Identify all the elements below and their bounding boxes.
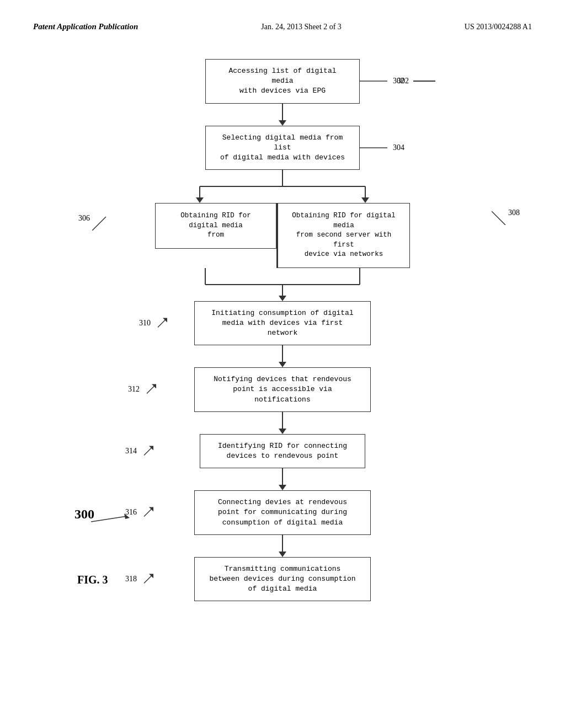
step-316-label: 316 (125, 508, 137, 516)
svg-marker-14 (279, 296, 286, 301)
step-318-arrow (141, 572, 155, 586)
step-306-text1: Obtaining RID for digital media (180, 212, 251, 229)
step-318-text2: between devices during consumption (209, 575, 355, 583)
step-306-label-area: 306 (78, 214, 109, 231)
step-316-text1: Connecting devies at rendevous (218, 498, 347, 506)
arrow-312-314 (279, 412, 286, 434)
step-312-container: 312 Notifying devices that rendevous poi… (44, 367, 521, 434)
step-314-label-area: 314 (125, 444, 155, 458)
step-310-text1: Initiating consumption of digital (211, 309, 353, 317)
step-310-box: Initiating consumption of digital media … (194, 301, 371, 346)
step-314-label: 314 (125, 447, 137, 455)
step-308-label-area: 308 (492, 208, 520, 225)
header-publication-type: Patent Application Publication (33, 22, 138, 31)
svg-line-9 (492, 211, 505, 225)
step-310-label-area: 310 (139, 316, 169, 330)
step-306-label: 306 (78, 214, 90, 223)
step-314-container: 314 Identifying RID for connecting devic… (44, 434, 521, 490)
step-308-col: Obtaining RID for digital media from sec… (278, 203, 410, 268)
svg-line-23 (144, 508, 152, 517)
arrow-302-304 (279, 104, 286, 126)
arrow-316-318 (279, 535, 286, 557)
step-302-box: Accessing list of digital media with dev… (205, 59, 360, 104)
step-316-container: 300 316 Connecting devies at rendevous p (44, 490, 521, 557)
step-304-container: Selecting digital media from list of dig… (44, 126, 521, 204)
step-310-label: 310 (139, 319, 151, 327)
svg-line-25 (144, 575, 152, 583)
patent-page: Patent Application Publication Jan. 24, … (0, 0, 565, 728)
step-302-text2: with devices via EPG (239, 87, 326, 95)
step-312-arrow (144, 383, 158, 397)
step-302-arrow-line (360, 76, 393, 87)
step-308-text2: from second server with first (296, 231, 392, 249)
step-306-box: Obtaining RID for digital media from (155, 203, 276, 249)
merge-arrow (145, 268, 420, 301)
split-svg (145, 170, 420, 203)
step-318-row: FIG. 3 318 Transmitting communications b… (44, 557, 521, 602)
step-318-label-area: 318 (125, 572, 155, 586)
step-312-box: Notifying devices that rendevous point i… (194, 367, 371, 412)
arrow-310-312 (279, 345, 286, 367)
step-316-text2: point for communicating during (218, 508, 347, 516)
step-306-slash (92, 214, 109, 231)
step-310-text2: media with devices via first network (222, 319, 343, 337)
step-318-label: 318 (125, 575, 137, 583)
step-308-slash (492, 208, 508, 225)
step-318-box: Transmitting communications between devi… (194, 557, 371, 602)
step-304-text2: of digital media with devices (220, 153, 345, 162)
header-date-sheet: Jan. 24, 2013 Sheet 2 of 3 (261, 23, 341, 31)
step-308-text3: device via networks (305, 250, 383, 258)
step-304-text1: Selecting digital media from list (222, 133, 343, 152)
step-310-arrow (155, 316, 169, 330)
step-302-text1: Accessing list of digital media (228, 67, 336, 85)
step-318-text1: Transmitting communications (225, 565, 341, 573)
step-312-label-area: 312 (128, 383, 158, 397)
merge-svg (145, 268, 420, 301)
page-header: Patent Application Publication Jan. 24, … (0, 0, 565, 42)
step-314-text1: Identifying RID for connecting (218, 442, 347, 450)
step-304-box: Selecting digital media from list of dig… (205, 126, 360, 170)
step-302-container: 302 Accessing list of digital media with… (44, 59, 521, 126)
step-316-text3: consumption of digital media (222, 518, 343, 527)
step-314-arrow (141, 444, 155, 458)
step-312-text3: notifications (254, 395, 310, 404)
svg-line-8 (92, 217, 106, 231)
step-304-num: 304 (393, 143, 404, 152)
step-316-box: Connecting devies at rendevous point for… (194, 490, 371, 535)
step-308-box: Obtaining RID for digital media from sec… (278, 203, 410, 268)
step-310-container: 310 Initiating consumption of digital me… (44, 301, 521, 368)
step-318-text3: of digital media (248, 585, 317, 593)
step-312-text2: point is accessible via (233, 385, 332, 393)
svg-marker-7 (361, 197, 369, 203)
step-308-label: 308 (508, 208, 520, 217)
split-arrow (145, 170, 420, 203)
header-patent-number: US 2013/0024288 A1 (465, 23, 532, 31)
step-316-arrow (141, 506, 155, 520)
step-312-text1: Notifying devices that rendevous (214, 375, 351, 383)
step-306-text2: from (207, 231, 224, 239)
arrow-314-316 (279, 468, 286, 490)
step-302-num: 302 (393, 77, 404, 85)
svg-line-15 (158, 319, 166, 327)
step-316-label-area: 316 (125, 506, 155, 520)
step-314-text2: devices to rendevous point (227, 452, 339, 460)
split-row: 306 308 Obtaining RID for digital media … (44, 203, 521, 268)
step-308-text1: Obtaining RID for digital media (292, 212, 396, 229)
step-306-col: Obtaining RID for digital media from (155, 203, 276, 268)
svg-line-17 (147, 386, 155, 394)
step-304-arrow-line (360, 142, 393, 153)
svg-line-19 (144, 447, 152, 455)
svg-marker-5 (196, 197, 204, 203)
step-314-box: Identifying RID for connecting devices t… (200, 434, 365, 468)
step-312-label: 312 (128, 385, 140, 393)
